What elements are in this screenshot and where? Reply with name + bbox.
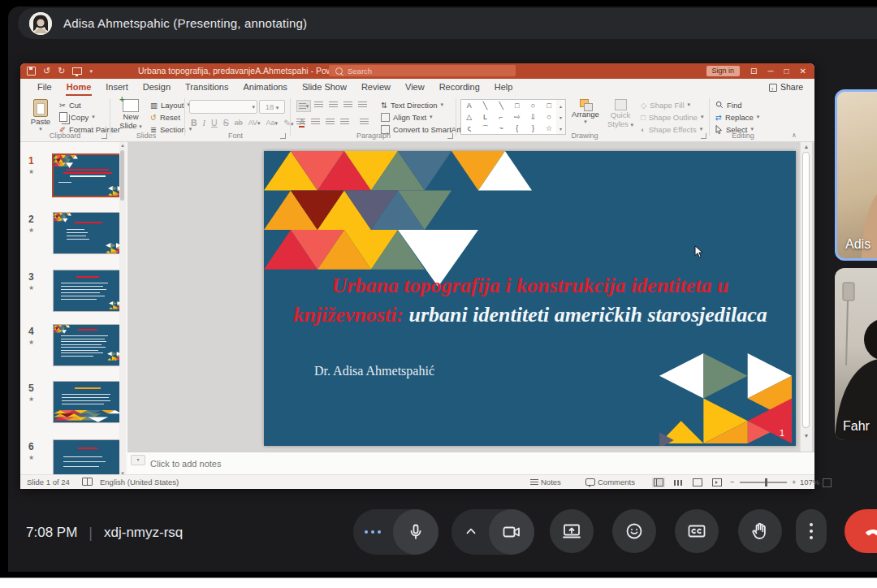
slide-thumbnail-3[interactable] — [53, 270, 123, 312]
shape-glyph[interactable]: } — [525, 123, 542, 134]
zoom-in-button[interactable]: + — [792, 475, 797, 489]
shape-glyph[interactable]: ⇨ — [509, 111, 525, 123]
italic-button[interactable]: I — [203, 119, 206, 128]
slide-thumbnail-2[interactable] — [53, 212, 123, 254]
drawing-dialog-launcher[interactable] — [701, 133, 706, 139]
clipboard-dialog-launcher[interactable] — [102, 133, 107, 139]
highlight-color-button[interactable]: ✎▾ — [283, 118, 293, 128]
zoom-level[interactable]: 107% — [800, 475, 819, 489]
search-box[interactable]: Search — [329, 65, 516, 76]
strikethrough-button[interactable]: S — [223, 118, 229, 128]
scroll-down-icon[interactable]: ▼ — [801, 431, 812, 441]
change-case-button[interactable]: Aa▾ — [266, 119, 279, 127]
participant-tile-adisa[interactable]: Adis — [835, 89, 877, 261]
font-dialog-launcher[interactable] — [280, 133, 286, 139]
shape-glyph[interactable]: L — [477, 111, 494, 123]
notes-placeholder[interactable]: Click to add notes — [150, 459, 221, 469]
decrease-indent-button[interactable] — [329, 102, 338, 109]
microphone-button[interactable] — [393, 509, 438, 555]
cut-button[interactable]: ✂Cut — [59, 100, 81, 110]
qat-customize-chevron-icon[interactable]: ▾ — [89, 68, 93, 74]
scroll-up-icon[interactable]: ▲ — [801, 142, 812, 152]
zoom-slider[interactable] — [740, 482, 787, 483]
share-button[interactable]: Share — [769, 79, 803, 96]
increase-indent-button[interactable] — [343, 102, 352, 109]
font-size-select[interactable]: 18 ▾ — [259, 100, 285, 114]
tab-slideshow[interactable]: Slide Show — [295, 79, 354, 96]
slide-thumbnail-1[interactable] — [52, 153, 124, 197]
paragraph-dialog-launcher[interactable] — [447, 133, 453, 139]
tab-animations[interactable]: Animations — [235, 79, 294, 96]
camera-button[interactable] — [489, 509, 534, 555]
tab-help[interactable]: Help — [487, 79, 521, 96]
align-text-button[interactable]: Align Text▾ — [381, 112, 433, 122]
language-indicator[interactable]: English (United States) — [100, 475, 179, 489]
char-spacing-button[interactable]: ab — [235, 119, 243, 127]
columns-button[interactable] — [360, 119, 369, 126]
comments-toggle[interactable]: Comments — [585, 475, 635, 489]
notes-toggle[interactable]: Notes — [530, 475, 561, 489]
tab-transitions[interactable]: Transitions — [178, 79, 235, 96]
reset-button[interactable]: ↺Reset — [150, 112, 180, 122]
minimize-button[interactable]: ─ — [767, 67, 773, 76]
bullets-button[interactable]: ▾ — [296, 100, 311, 112]
camera-options-button[interactable] — [462, 522, 480, 543]
sign-in-button[interactable]: Sign in — [706, 66, 741, 76]
shape-glyph[interactable]: ☆ — [541, 123, 557, 134]
tab-insert[interactable]: Insert — [98, 79, 136, 96]
shape-outline-button[interactable]: □Shape Outline▾ — [641, 112, 703, 122]
underline-button[interactable]: U — [211, 118, 218, 128]
justify-button[interactable] — [340, 119, 349, 126]
shape-glyph[interactable]: △ — [461, 111, 477, 123]
reading-view-button[interactable] — [691, 478, 704, 487]
save-icon[interactable] — [27, 67, 36, 76]
maximize-button[interactable]: □ — [784, 67, 789, 76]
end-call-button[interactable] — [845, 509, 877, 553]
numbering-button[interactable] — [314, 102, 323, 109]
tab-home[interactable]: Home — [59, 79, 99, 96]
captions-button[interactable] — [675, 509, 719, 553]
fit-slide-to-window-button[interactable] — [823, 478, 832, 487]
align-center-button[interactable] — [311, 119, 320, 126]
shape-glyph[interactable]: ○ — [541, 111, 557, 123]
zoom-out-button[interactable]: − — [730, 475, 735, 489]
scrollbar-thumb[interactable] — [802, 152, 810, 428]
quick-styles-button[interactable]: Quick Styles ▾ — [605, 99, 636, 128]
redo-icon[interactable]: ↻ — [58, 67, 65, 76]
thumbnail-scrollbar[interactable]: ▲ ▼ — [119, 142, 126, 477]
start-slideshow-icon[interactable] — [72, 67, 82, 75]
slide-thumbnail-4[interactable] — [53, 324, 123, 366]
more-options-button[interactable] — [796, 509, 827, 553]
shape-glyph[interactable]: ╲ — [477, 100, 494, 111]
text-direction-button[interactable]: ⇅Text Direction▾ — [381, 100, 443, 110]
shape-glyph[interactable]: ς — [461, 123, 477, 134]
shape-glyph[interactable]: □ — [509, 100, 525, 111]
shape-glyph[interactable]: ╲ — [493, 100, 509, 111]
shape-glyph[interactable]: { — [509, 123, 525, 134]
align-left-button[interactable] — [296, 119, 305, 126]
new-slide-button[interactable]: New Slide ▾ — [114, 99, 147, 130]
shape-glyph[interactable]: ⌒ — [477, 123, 494, 134]
tab-review[interactable]: Review — [354, 79, 398, 96]
paste-button[interactable]: Paste▾ — [27, 99, 54, 132]
slide-sorter-view-button[interactable] — [672, 478, 685, 487]
shape-glyph[interactable]: A — [461, 100, 477, 111]
slide-editing-canvas[interactable]: Urbana topografija i konstrukcija identi… — [127, 142, 800, 452]
tab-view[interactable]: View — [398, 79, 432, 96]
align-right-button[interactable] — [326, 119, 335, 126]
shape-glyph[interactable]: ⇩ — [525, 111, 542, 123]
line-spacing-button[interactable] — [358, 102, 367, 109]
reactions-button[interactable] — [612, 509, 656, 553]
undo-icon[interactable]: ↺ — [43, 67, 50, 76]
slideshow-view-button[interactable] — [711, 478, 724, 487]
collapse-ribbon-chevron-icon[interactable]: ∧ — [792, 132, 797, 139]
ribbon-display-options-icon[interactable]: ⊡ — [750, 67, 757, 76]
shape-glyph[interactable]: □ — [541, 100, 557, 111]
spell-check-icon[interactable] — [82, 475, 96, 489]
slide-vertical-scrollbar[interactable]: ▲ ▼ ⇞ ⇟ — [800, 142, 812, 477]
participant-tile-fahr[interactable]: Fahr — [835, 268, 877, 440]
scroll-up-icon[interactable]: ▲ — [119, 143, 126, 148]
slide-thumbnail-5[interactable] — [53, 381, 123, 423]
shape-glyph[interactable]: ⌐ — [493, 111, 509, 123]
tab-recording[interactable]: Recording — [432, 79, 487, 96]
